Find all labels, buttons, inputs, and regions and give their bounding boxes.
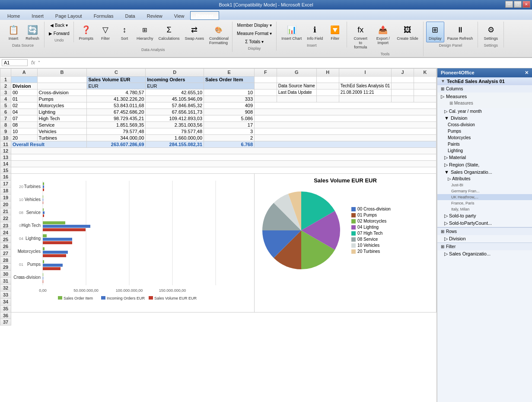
cell-e6[interactable]: 908 bbox=[204, 108, 255, 115]
member-display-button[interactable]: Member Display ▾ bbox=[235, 22, 274, 29]
cell-overall-label[interactable]: Overall Result bbox=[11, 141, 87, 147]
formula-input[interactable] bbox=[38, 60, 530, 65]
cell-b8[interactable]: Service bbox=[37, 121, 87, 128]
insert-button[interactable]: 📋 Insert bbox=[4, 22, 22, 42]
cell-f1[interactable] bbox=[255, 76, 277, 83]
cell-overall-e[interactable]: 6.768 bbox=[204, 141, 255, 147]
display-active-button[interactable]: ⊞ Display bbox=[426, 22, 444, 42]
filter-insert-button[interactable]: 🔽 Filter bbox=[326, 22, 344, 42]
cell-g4[interactable] bbox=[277, 96, 316, 102]
cell-c10[interactable]: 344.000,00 bbox=[87, 134, 146, 141]
cell-a4[interactable]: 01 bbox=[11, 96, 38, 102]
cell-d5[interactable]: 57.846.845,32 bbox=[146, 102, 204, 108]
col-header-h[interactable]: H bbox=[316, 68, 339, 76]
just-bi-item[interactable]: Just-BI bbox=[437, 182, 532, 188]
cell-e4[interactable]: 333 bbox=[204, 96, 255, 102]
col-header-e[interactable]: E bbox=[204, 68, 255, 76]
cell-b2[interactable] bbox=[37, 83, 87, 89]
division-header-item[interactable]: ▼ Division bbox=[437, 115, 532, 121]
panel-close-icon[interactable]: ✕ bbox=[525, 70, 529, 76]
settings-button[interactable]: ⚙ Settings bbox=[482, 22, 500, 42]
cell-g1[interactable] bbox=[277, 76, 316, 83]
cal-year-item[interactable]: ▷ Cal. year / month bbox=[437, 108, 532, 115]
cell-j4[interactable] bbox=[392, 96, 414, 102]
cell-c2[interactable]: EUR bbox=[87, 83, 146, 89]
sold-to-party-count-item[interactable]: ▷ Sold-toPartyCount... bbox=[437, 220, 532, 227]
cell-c3[interactable]: 4.780,57 bbox=[87, 89, 146, 96]
cell-a3[interactable]: 00 bbox=[11, 89, 38, 96]
sub-item-paints[interactable]: Paints bbox=[437, 141, 532, 147]
cell-f3[interactable] bbox=[255, 89, 277, 96]
cell-g2[interactable]: Data Source Name bbox=[277, 83, 316, 89]
col-header-f[interactable]: F bbox=[255, 68, 277, 76]
col-header-b[interactable]: B bbox=[37, 68, 87, 76]
cell-a9[interactable]: 10 bbox=[11, 128, 38, 134]
cell-a10[interactable]: 20 bbox=[11, 134, 38, 141]
region-item[interactable]: ▷ Region (State, bbox=[437, 161, 532, 169]
cell-i2[interactable]: TechEd Sales Analysis 01 bbox=[339, 83, 392, 89]
close-button[interactable]: ✕ bbox=[522, 1, 530, 8]
cell-c1[interactable]: Sales Volume EUR bbox=[87, 76, 146, 83]
cell-h1[interactable] bbox=[316, 76, 339, 83]
measures-expand-row[interactable]: ▷ Measures bbox=[441, 94, 529, 99]
measures-item-teched[interactable]: ⊞ Measures bbox=[449, 100, 525, 106]
filter-sales-org-item[interactable]: ▷ Sales Organizatio... bbox=[437, 250, 532, 258]
cell-d8[interactable]: 2.351.003,56 bbox=[146, 121, 204, 128]
cell-e1[interactable]: Sales Order Item bbox=[204, 76, 255, 83]
cell-a1[interactable] bbox=[11, 76, 38, 83]
refresh-button[interactable]: 🔄 Refresh bbox=[23, 22, 41, 42]
cell-b5[interactable]: Motorcycles bbox=[37, 102, 87, 108]
tab-data[interactable]: Data bbox=[119, 12, 140, 20]
cell-d1[interactable]: Incoming Orders bbox=[146, 76, 204, 83]
filter-button[interactable]: ▽ Filter bbox=[96, 22, 115, 42]
cell-e7[interactable]: 5.086 bbox=[204, 115, 255, 121]
cell-e9[interactable]: 3 bbox=[204, 128, 255, 134]
cell-f2[interactable] bbox=[255, 83, 277, 89]
prompts-button[interactable]: ❓ Prompts bbox=[76, 22, 96, 42]
insert-chart-button[interactable]: 📊 Insert Chart bbox=[279, 22, 304, 42]
col-header-c[interactable]: C bbox=[87, 68, 146, 76]
sold-to-party-item[interactable]: ▷ Sold-to party bbox=[437, 212, 532, 220]
cell-f4[interactable] bbox=[255, 96, 277, 102]
cell-e5[interactable]: 409 bbox=[204, 102, 255, 108]
cell-overall-d[interactable]: 284.155.082,31 bbox=[146, 141, 204, 147]
sub-item-lighting[interactable]: Lighting bbox=[437, 147, 532, 154]
uk-heathrow-item[interactable]: UK Heathrow,... bbox=[437, 194, 532, 200]
col-header-d[interactable]: D bbox=[146, 68, 204, 76]
cell-h3[interactable] bbox=[316, 89, 339, 96]
cell-b4[interactable]: Pumps bbox=[37, 96, 87, 102]
sub-item-motorcycles[interactable]: Motorcycles bbox=[437, 134, 532, 141]
cell-b3[interactable]: Cross-division bbox=[37, 89, 87, 96]
hierarchy-button[interactable]: ⊞ Hierarchy bbox=[134, 22, 156, 42]
cell-d9[interactable]: 79.577,48 bbox=[146, 128, 204, 134]
tab-pagelayout[interactable]: Page Layout bbox=[50, 12, 88, 20]
cell-j1[interactable] bbox=[392, 76, 414, 83]
cell-i3[interactable]: 21.08.2009 11:21 bbox=[339, 89, 392, 96]
pause-refresh-button[interactable]: ⏸ Pause Refresh bbox=[445, 22, 475, 42]
cell-g3[interactable]: Last Data Update bbox=[277, 89, 316, 96]
measure-format-button[interactable]: Measure Format ▾ bbox=[235, 30, 274, 37]
tab-view[interactable]: View bbox=[169, 12, 190, 20]
tab-home[interactable]: Home bbox=[2, 12, 25, 20]
cell-k2[interactable] bbox=[414, 83, 436, 89]
cell-a5[interactable]: 02 bbox=[11, 102, 38, 108]
sort-button[interactable]: ↕ Sort bbox=[115, 22, 134, 42]
sub-item-pumps[interactable]: Pumps bbox=[437, 128, 532, 134]
export-import-button[interactable]: 📤 Export / Import bbox=[372, 22, 394, 47]
tab-formulas[interactable]: Formulas bbox=[88, 12, 119, 20]
cell-c4[interactable]: 41.302.226,20 bbox=[87, 96, 146, 102]
conditional-formatting-button[interactable]: 🎨 Conditional Formatting bbox=[207, 22, 229, 47]
cell-b9[interactable]: Vehicles bbox=[37, 128, 87, 134]
cell-a7[interactable]: 07 bbox=[11, 115, 38, 121]
tab-pioneer[interactable]: Pioneer bbox=[190, 11, 219, 20]
cell-a2[interactable]: Division bbox=[11, 83, 38, 89]
cell-e2[interactable] bbox=[204, 83, 255, 89]
sales-org-item[interactable]: ▼ Sales Organizatio... bbox=[437, 169, 532, 175]
cell-j2[interactable] bbox=[392, 83, 414, 89]
convert-formula-button[interactable]: fx Convert to formula bbox=[350, 22, 371, 51]
france-paris-item[interactable]: France, Paris bbox=[437, 200, 532, 206]
cell-c9[interactable]: 79.577,48 bbox=[87, 128, 146, 134]
cell-i4[interactable] bbox=[339, 96, 392, 102]
cell-h4[interactable] bbox=[316, 96, 339, 102]
cell-d4[interactable]: 45.105.946,09 bbox=[146, 96, 204, 102]
